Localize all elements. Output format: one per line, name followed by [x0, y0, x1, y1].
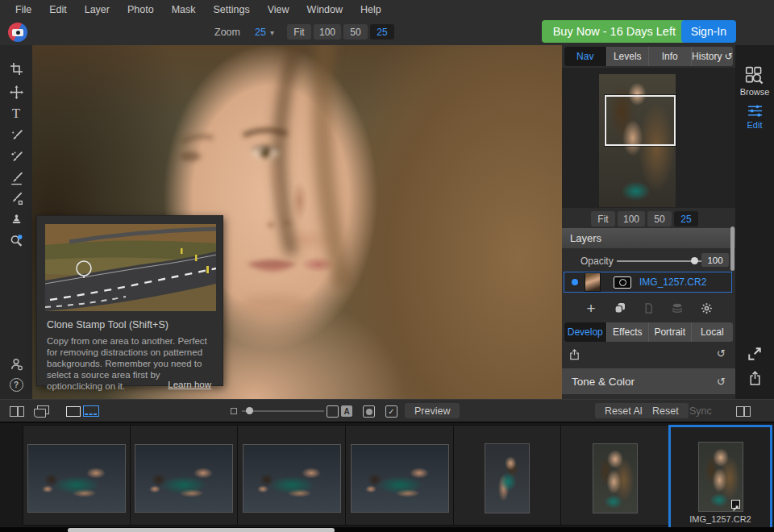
- opacity-slider-handle[interactable]: [691, 257, 698, 264]
- layer-row[interactable]: IMG_1257.CR2: [564, 272, 732, 293]
- buy-now-button[interactable]: Buy Now - 16 Days Left: [542, 20, 687, 43]
- filmstrip-thumb[interactable]: [593, 443, 638, 513]
- tab-info[interactable]: Info: [649, 47, 692, 66]
- nav-zoom-fit-button[interactable]: Fit: [591, 211, 615, 227]
- delete-layer-button[interactable]: [641, 300, 657, 316]
- menu-settings[interactable]: Settings: [205, 4, 259, 15]
- filmstrip-thumb[interactable]: [27, 444, 126, 513]
- browse-module-button[interactable]: Browse: [735, 66, 774, 97]
- menu-edit[interactable]: Edit: [40, 4, 76, 15]
- tab-nav[interactable]: Nav: [564, 47, 607, 66]
- filmstrip-cell[interactable]: [23, 425, 131, 526]
- masking-brush-icon[interactable]: [0, 147, 32, 168]
- menu-layer[interactable]: Layer: [76, 4, 119, 15]
- thumb-size-slider-handle[interactable]: [246, 407, 253, 414]
- filmstrip-thumb[interactable]: [698, 442, 743, 512]
- menu-window[interactable]: Window: [298, 4, 352, 15]
- zoom-dropdown[interactable]: 25: [255, 27, 274, 38]
- soft-proof-icon[interactable]: [363, 405, 375, 418]
- nav-zoom-25-button[interactable]: 25: [674, 211, 698, 227]
- layer-name: IMG_1257.CR2: [639, 276, 706, 288]
- filmstrip-cell-selected[interactable]: IMG_1257.CR2: [668, 425, 772, 530]
- export-share-button[interactable]: [735, 371, 774, 386]
- share-icon: [748, 371, 762, 386]
- tab-history[interactable]: History: [692, 47, 734, 66]
- filmstrip-cell[interactable]: [453, 425, 561, 526]
- show-labels-icon[interactable]: [341, 405, 352, 417]
- single-view-icon[interactable]: [66, 406, 81, 417]
- browse-label: Browse: [740, 87, 770, 97]
- zoom-dropdown-value: 25: [255, 27, 266, 38]
- sync-button[interactable]: Sync: [680, 403, 722, 418]
- chevron-down-icon: [270, 27, 274, 38]
- zoom-view-tool-icon[interactable]: [0, 230, 32, 251]
- menu-help[interactable]: Help: [352, 4, 390, 15]
- navigator-view-rectangle[interactable]: [605, 95, 676, 146]
- zoom-50-button[interactable]: 50: [343, 24, 368, 39]
- add-layer-button[interactable]: [583, 300, 599, 316]
- tone-color-reset-icon[interactable]: [717, 376, 726, 388]
- view-options-bar: Preview Reset All Reset Sync: [0, 399, 774, 422]
- tab-levels[interactable]: Levels: [607, 47, 650, 66]
- layer-mask-icon[interactable]: [614, 276, 631, 289]
- navigator-thumbnail[interactable]: [599, 74, 676, 207]
- edit-module-button[interactable]: Edit: [735, 103, 774, 130]
- nav-zoom-100-button[interactable]: 100: [618, 211, 645, 227]
- selected-photo-filename: IMG_1257.CR2: [671, 514, 770, 524]
- tab-effects[interactable]: Effects: [607, 322, 650, 342]
- navigator-preview: [562, 68, 735, 208]
- help-icon[interactable]: [0, 374, 32, 395]
- menu-view[interactable]: View: [259, 4, 298, 15]
- filmstrip-view-icon[interactable]: [83, 405, 99, 417]
- clone-stamp-icon[interactable]: [0, 209, 32, 230]
- tab-develop[interactable]: Develop: [564, 322, 607, 342]
- dual-pane-icon[interactable]: [736, 406, 751, 417]
- filmstrip-thumb[interactable]: [243, 444, 341, 513]
- compare-split-view-icon[interactable]: [10, 406, 24, 417]
- layers-section-header[interactable]: Layers: [562, 228, 735, 248]
- tab-portrait[interactable]: Portrait: [649, 322, 692, 342]
- develop-reset-icon[interactable]: [717, 347, 726, 360]
- background-plain-icon[interactable]: [327, 405, 339, 418]
- show-overlay-checkbox[interactable]: [385, 405, 397, 418]
- zoom-label: Zoom: [214, 27, 240, 38]
- menu-mask[interactable]: Mask: [163, 4, 205, 15]
- move-tool-icon[interactable]: [0, 81, 32, 102]
- filmstrip-cell[interactable]: [237, 425, 346, 526]
- expand-preview-button[interactable]: [735, 347, 774, 361]
- filmstrip-cell[interactable]: [130, 425, 238, 526]
- filmstrip-cell[interactable]: [345, 425, 454, 526]
- menu-file[interactable]: File: [6, 4, 40, 15]
- zoom-100-button[interactable]: 100: [314, 24, 341, 39]
- preview-button[interactable]: Preview: [405, 403, 460, 418]
- filmstrip-thumb[interactable]: [351, 444, 449, 513]
- opacity-value[interactable]: 100: [701, 253, 729, 267]
- refine-brush-icon[interactable]: [0, 168, 32, 189]
- layer-visibility-dot[interactable]: [572, 279, 578, 285]
- erase-brush-icon[interactable]: [0, 188, 32, 209]
- filmstrip-thumb[interactable]: [135, 444, 233, 513]
- zoom-25-button[interactable]: 25: [370, 24, 394, 39]
- nav-zoom-50-button[interactable]: 50: [647, 211, 672, 227]
- panel-tabstrip: Nav Levels Info History: [564, 47, 733, 66]
- tab-local[interactable]: Local: [692, 322, 734, 342]
- learn-how-link[interactable]: Learn how: [168, 380, 211, 389]
- text-tool-icon[interactable]: [0, 103, 32, 124]
- filmstrip-cell[interactable]: [560, 425, 669, 526]
- thumb-size-slider-track[interactable]: [242, 410, 324, 412]
- filmstrip-scrollbar[interactable]: [68, 528, 335, 532]
- menu-photo[interactable]: Photo: [119, 4, 163, 15]
- filmstrip-thumb[interactable]: [485, 443, 530, 513]
- duplicate-layer-button[interactable]: [612, 300, 628, 316]
- layer-settings-gear-icon[interactable]: [698, 300, 714, 316]
- zoom-fit-button[interactable]: Fit: [287, 24, 311, 39]
- sign-in-button[interactable]: Sign-In: [681, 20, 736, 43]
- stacked-view-icon[interactable]: [37, 405, 49, 414]
- camera-glyph: [12, 29, 23, 36]
- merge-layers-button[interactable]: [669, 300, 685, 316]
- save-preset-icon[interactable]: [568, 348, 580, 364]
- crop-tool-icon[interactable]: [0, 58, 32, 79]
- adjustment-brush-icon[interactable]: [0, 125, 32, 146]
- account-icon[interactable]: [0, 353, 32, 374]
- tone-color-section-header[interactable]: Tone & Color: [562, 368, 735, 394]
